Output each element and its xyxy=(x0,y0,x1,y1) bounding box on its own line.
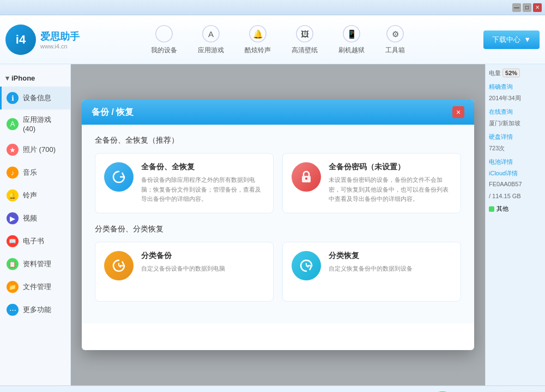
backup-password-title: 全备份密码（未设置） xyxy=(329,162,452,172)
icloud-detail-link[interactable]: iCloud详情 xyxy=(489,169,542,177)
phone-icon: 📱 xyxy=(342,24,361,44)
category-backup-icon xyxy=(104,251,134,280)
sidebar: ▾ iPhone ℹ 设备信息 A 应用游戏 (40) ★ 照片 (700) ♪… xyxy=(0,64,71,385)
category-restore-icon xyxy=(292,251,321,280)
restore-button[interactable]: □ xyxy=(523,3,531,12)
content-area: 备份 / 恢复 × 全备份、全恢复（推荐） xyxy=(71,64,485,385)
nav-label-my-device: 我的设备 xyxy=(151,46,177,55)
backup-password-card[interactable]: 全备份密码（未设置） 未设置备份密码的设备，备份的文件不会加密，可恢复到其他设备… xyxy=(282,153,461,213)
backup-password-content: 全备份密码（未设置） 未设置备份密码的设备，备份的文件不会加密，可恢复到其他设备… xyxy=(329,162,452,204)
logo-icon: i4 xyxy=(5,24,36,55)
logo: i4 爱思助手 www.i4.cn xyxy=(5,24,93,55)
minimize-button[interactable]: — xyxy=(512,3,521,12)
category-backup-content: 分类备份 自定义备份设备中的数据到电脑 xyxy=(141,251,264,274)
nav-label-jailbreak: 刷机越狱 xyxy=(338,46,365,55)
section2-title: 分类备份、分类恢复 xyxy=(95,224,461,234)
category-restore-title: 分类恢复 xyxy=(329,251,452,261)
cards-row-1: 全备份、全恢复 备份设备内除应用程序之外的所有数据到电脑；恢复备份文件到设备；管… xyxy=(95,153,461,213)
full-backup-icon xyxy=(104,162,134,192)
storage-info: / 114.15 GB xyxy=(489,193,542,199)
apps-icon: A xyxy=(7,118,19,130)
sidebar-item-apps[interactable]: A 应用游戏 (40) xyxy=(0,109,70,138)
sidebar-label-more: 更多功能 xyxy=(23,305,51,315)
music-icon: ♪ xyxy=(7,167,19,179)
photos-icon: ★ xyxy=(7,144,19,156)
region-info: 厦门/新加坡 xyxy=(489,119,542,127)
svg-text:📱: 📱 xyxy=(347,29,357,39)
sidebar-label-device-info: 设备信息 xyxy=(23,93,51,103)
close-button[interactable]: ✕ xyxy=(533,3,542,12)
download-center-button[interactable]: 下载中心 ▼ xyxy=(483,30,540,49)
full-backup-content: 全备份、全恢复 备份设备内除应用程序之外的所有数据到电脑；恢复备份文件到设备；管… xyxy=(141,162,264,204)
sidebar-label-file-mgmt: 文件管理 xyxy=(23,282,51,292)
other-color-dot xyxy=(489,206,494,212)
header-right: 下载中心 ▼ xyxy=(463,30,540,49)
sidebar-item-photos[interactable]: ★ 照片 (700) xyxy=(0,138,70,161)
backup-password-desc: 未设置备份密码的设备，备份的文件不会加密，可恢复到其他设备中，也可以在备份列表中… xyxy=(329,175,452,204)
battery-detail-link[interactable]: 电池详情 xyxy=(489,158,542,166)
app-icon: A xyxy=(201,24,221,44)
modal-title: 备份 / 恢复 xyxy=(92,107,134,118)
modal-body: 全备份、全恢复（推荐） 全备份、全恢复 备份设备内除应用程序之外的所有数据到电脑… xyxy=(82,125,474,323)
sidebar-device: ▾ iPhone xyxy=(0,70,70,87)
category-restore-card[interactable]: 分类恢复 自定义恢复备份中的数据到设备 xyxy=(282,242,461,302)
main-area: ▾ iPhone ℹ 设备信息 A 应用游戏 (40) ★ 照片 (700) ♪… xyxy=(0,64,545,385)
nav-item-ringtones[interactable]: 🔔 酷炫铃声 xyxy=(237,20,278,59)
bottom-item-shutdown[interactable]: 关闭设备 xyxy=(415,387,470,392)
ebook-icon: 📖 xyxy=(7,235,19,247)
online-query-link[interactable]: 在线查询 xyxy=(489,108,542,116)
modal-close-button[interactable]: × xyxy=(452,106,464,118)
nav-item-my-device[interactable]: 我的设备 xyxy=(143,20,185,59)
backup-password-icon xyxy=(292,162,321,192)
title-bar: — □ ✕ xyxy=(0,0,545,15)
sidebar-label-photos: 照片 (700) xyxy=(23,145,56,155)
category-restore-content: 分类恢复 自定义恢复备份中的数据到设备 xyxy=(329,251,452,274)
category-backup-title: 分类备份 xyxy=(141,251,264,261)
app-name: 爱思助手 xyxy=(40,30,80,43)
category-backup-desc: 自定义备份设备中的数据到电脑 xyxy=(141,264,264,274)
bottom-toolbar: 安装移动端 A 修复应用闪退 修复应用弹窗 备份 / 恢复 垃圾清理 xyxy=(0,385,545,392)
app-url: www.i4.cn xyxy=(40,43,80,50)
full-backup-title: 全备份、全恢复 xyxy=(141,162,264,172)
logo-symbol: i4 xyxy=(16,33,26,47)
full-backup-card[interactable]: 全备份、全恢复 备份设备内除应用程序之外的所有数据到电脑；恢复备份文件到设备；管… xyxy=(95,153,274,213)
disk-detail-link[interactable]: 硬盘详情 xyxy=(489,133,542,141)
apple-icon xyxy=(154,24,174,44)
image-icon: 🖼 xyxy=(295,24,314,44)
sidebar-item-file-mgmt[interactable]: 📁 文件管理 xyxy=(0,275,70,298)
other-label: 其他 xyxy=(496,205,508,213)
battery-info: 电量 52% xyxy=(489,69,542,77)
section1-title: 全备份、全恢复（推荐） xyxy=(95,136,461,145)
sidebar-item-device-info[interactable]: ℹ 设备信息 xyxy=(0,87,70,109)
sidebar-item-video[interactable]: ▶ 视频 xyxy=(0,207,70,230)
nav-item-tools[interactable]: ⚙ 工具箱 xyxy=(378,20,413,59)
sidebar-item-ebook[interactable]: 📖 电子书 xyxy=(0,230,70,253)
svg-text:⚙: ⚙ xyxy=(392,29,399,39)
precise-query-link[interactable]: 精确查询 xyxy=(489,83,542,91)
modal-overlay: 备份 / 恢复 × 全备份、全恢复（推荐） xyxy=(71,64,485,385)
category-backup-card[interactable]: 分类备份 自定义备份设备中的数据到电脑 xyxy=(95,242,274,302)
header: i4 爱思助手 www.i4.cn 我的设备 A 应用游戏 xyxy=(0,15,545,64)
nav-label-ringtones: 酷炫铃声 xyxy=(245,46,271,55)
right-info-panel: 电量 52% 精确查询 2014年34周 在线查询 厦门/新加坡 硬盘详情 72… xyxy=(485,64,545,385)
nav-item-jailbreak[interactable]: 📱 刷机越狱 xyxy=(331,20,372,59)
serial-info: FE0AA0B57 xyxy=(489,181,542,187)
more-icon: ⋯ xyxy=(7,304,19,316)
other-info: 其他 xyxy=(489,205,542,213)
sidebar-item-data-mgmt[interactable]: 📋 资料管理 xyxy=(0,253,70,275)
logo-text: 爱思助手 www.i4.cn xyxy=(40,30,80,50)
cards-row-2: 分类备份 自定义备份设备中的数据到电脑 分类恢复 xyxy=(95,242,461,302)
sidebar-label-data-mgmt: 资料管理 xyxy=(23,259,51,269)
nav-item-apps[interactable]: A 应用游戏 xyxy=(190,20,232,59)
time-info: 2014年34周 xyxy=(489,94,542,102)
sidebar-item-more[interactable]: ⋯ 更多功能 xyxy=(0,298,70,321)
data-mgmt-icon: 📋 xyxy=(7,258,19,270)
battery-value: 52% xyxy=(502,69,520,77)
info-icon: ℹ xyxy=(7,92,19,104)
video-icon: ▶ xyxy=(7,212,19,224)
sidebar-item-ringtones[interactable]: 🔔 铃声 xyxy=(0,184,70,207)
sidebar-item-music[interactable]: ♪ 音乐 xyxy=(0,161,70,184)
svg-point-0 xyxy=(156,26,172,42)
modal-header: 备份 / 恢复 × xyxy=(82,100,474,125)
nav-item-wallpapers[interactable]: 🖼 高清壁纸 xyxy=(284,20,325,59)
